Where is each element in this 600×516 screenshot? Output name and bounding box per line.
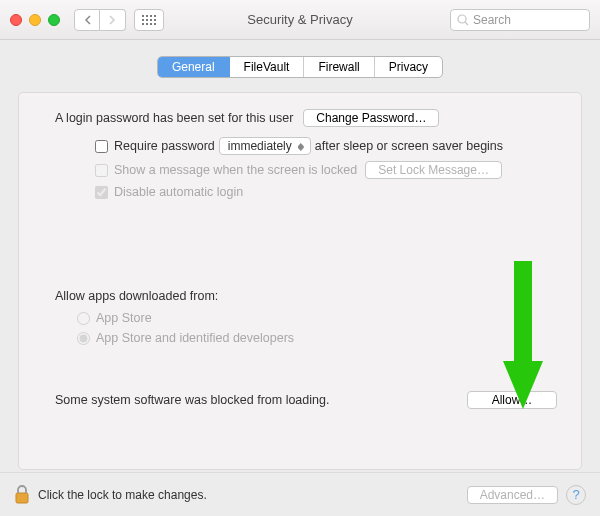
svg-rect-14 [16,493,28,503]
tab-general[interactable]: General [158,57,230,77]
svg-rect-7 [154,19,156,21]
allow-apps-option-identified: App Store and identified developers [96,331,294,345]
grid-icon [142,15,156,25]
allow-button[interactable]: Allow… [467,391,557,409]
tab-firewall[interactable]: Firewall [304,57,374,77]
svg-rect-5 [146,19,148,21]
window-title: Security & Privacy [247,12,352,27]
svg-rect-0 [142,15,144,17]
svg-rect-1 [146,15,148,17]
disable-auto-login-label: Disable automatic login [114,185,243,199]
show-message-label: Show a message when the screen is locked [114,163,357,177]
svg-rect-11 [154,23,156,25]
svg-rect-6 [150,19,152,21]
footer-bar: Click the lock to make changes. Advanced… [0,472,600,516]
set-lock-message-button: Set Lock Message… [365,161,502,179]
svg-rect-4 [142,19,144,21]
navigation-buttons [74,9,126,31]
chevron-left-icon [84,15,91,25]
show-message-checkbox [95,164,108,177]
chevron-right-icon [109,15,116,25]
tab-strip: General FileVault Firewall Privacy [0,56,600,78]
search-placeholder: Search [473,13,511,27]
back-button[interactable] [74,9,100,31]
search-icon [457,14,469,26]
require-password-delay-popup[interactable]: immediately [219,137,311,155]
close-button[interactable] [10,14,22,26]
svg-rect-2 [150,15,152,17]
search-field[interactable]: Search [450,9,590,31]
zoom-button[interactable] [48,14,60,26]
allow-apps-radio-identified [77,332,90,345]
lock-icon[interactable] [14,485,30,505]
titlebar: Security & Privacy Search [0,0,600,40]
general-panel: A login password has been set for this u… [18,92,582,470]
disable-auto-login-checkbox [95,186,108,199]
svg-rect-9 [146,23,148,25]
allow-apps-heading: Allow apps downloaded from: [55,289,563,303]
svg-rect-10 [150,23,152,25]
svg-rect-8 [142,23,144,25]
window-controls [10,14,60,26]
allow-apps-radio-appstore [77,312,90,325]
blocked-software-text: Some system software was blocked from lo… [55,393,467,407]
require-password-label: Require password [114,139,215,153]
allow-apps-option-appstore: App Store [96,311,152,325]
tab-privacy[interactable]: Privacy [375,57,442,77]
svg-rect-3 [154,15,156,17]
login-password-text: A login password has been set for this u… [55,111,293,125]
svg-point-12 [458,15,466,23]
require-password-checkbox[interactable] [95,140,108,153]
forward-button[interactable] [100,9,126,31]
minimize-button[interactable] [29,14,41,26]
help-button[interactable]: ? [566,485,586,505]
lock-text: Click the lock to make changes. [38,488,467,502]
show-all-prefs-button[interactable] [134,9,164,31]
require-password-tail: after sleep or screen saver begins [315,139,503,153]
svg-line-13 [465,22,468,25]
advanced-button: Advanced… [467,486,558,504]
tab-filevault[interactable]: FileVault [230,57,305,77]
change-password-button[interactable]: Change Password… [303,109,439,127]
